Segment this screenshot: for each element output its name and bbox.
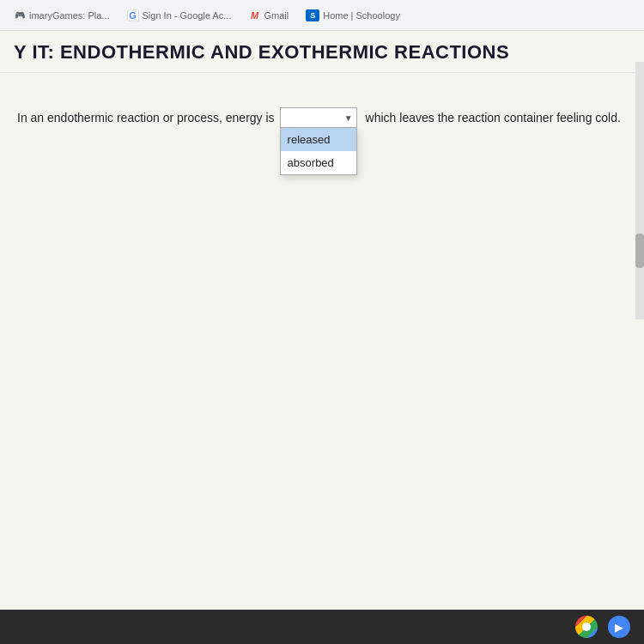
dropdown-option-absorbed[interactable]: absorbed — [281, 151, 356, 174]
page-heading-area: y It: Endothermic and Exothermic Reactio… — [0, 31, 644, 73]
browser-chrome: 🎮 imaryGames: Pla... G Sign In - Google … — [0, 0, 644, 31]
scrollbar-track[interactable] — [635, 62, 644, 319]
page-title: y It: Endothermic and Exothermic Reactio… — [14, 41, 630, 64]
play-triangle: ▶ — [615, 621, 623, 634]
tab-label-primarygames: imaryGames: Pla... — [29, 10, 110, 21]
chrome-inner-circle — [582, 623, 591, 631]
question-prefix-text: In an endothermic reaction or process, e… — [17, 107, 275, 128]
tab-gmail[interactable]: M Gmail — [241, 6, 295, 25]
taskbar: ▶ — [0, 610, 644, 644]
tab-label-google: Sign In - Google Ac... — [143, 10, 232, 21]
dropdown-list: released absorbed — [280, 128, 357, 175]
dropdown-option-released[interactable]: released — [281, 128, 356, 151]
dropdown-trigger[interactable]: ▼ — [280, 107, 357, 128]
tab-favicon-gmail: M — [248, 9, 260, 21]
tab-label-gmail: Gmail — [264, 10, 289, 21]
tab-label-schoology: Home | Schoology — [323, 10, 400, 21]
tab-favicon-google: G — [127, 9, 139, 21]
tab-schoology[interactable]: S Home | Schoology — [299, 6, 407, 25]
tab-primarygames[interactable]: 🎮 imaryGames: Pla... — [7, 6, 117, 25]
play-store-icon[interactable]: ▶ — [608, 616, 630, 638]
scrollbar-thumb[interactable] — [635, 234, 644, 268]
dropdown-arrow-icon: ▼ — [344, 113, 353, 123]
question-row: In an endothermic reaction or process, e… — [17, 107, 627, 128]
tab-bar: 🎮 imaryGames: Pla... G Sign In - Google … — [7, 6, 637, 25]
chrome-icon[interactable] — [575, 616, 598, 638]
tab-favicon-primarygames: 🎮 — [14, 9, 26, 21]
tab-google-signin[interactable]: G Sign In - Google Ac... — [120, 6, 239, 25]
tab-favicon-schoology: S — [306, 9, 319, 21]
answer-dropdown[interactable]: ▼ released absorbed — [280, 107, 357, 128]
page-content: y It: Endothermic and Exothermic Reactio… — [0, 31, 644, 615]
question-suffix-text: which leaves the reaction container feel… — [366, 107, 621, 128]
main-content: In an endothermic reaction or process, e… — [0, 73, 644, 502]
